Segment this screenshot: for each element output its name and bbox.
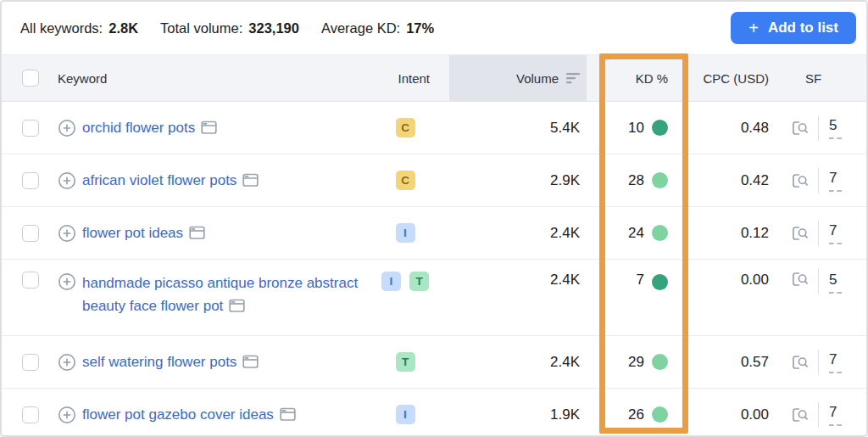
cpc-value: 0.12 xyxy=(690,225,785,242)
serp-features-icon[interactable] xyxy=(201,120,217,135)
kd-value: 7 xyxy=(637,272,644,289)
row-checkbox[interactable] xyxy=(22,120,39,137)
table-header-row: Keyword Intent Volume KD % CPC (USD) SF xyxy=(2,54,866,102)
cpc-value: 0.57 xyxy=(690,354,785,371)
dashed-underline xyxy=(829,137,842,139)
divider xyxy=(818,221,819,246)
table-row: flower pot gazebo cover ideas I 1.9K 26 … xyxy=(2,389,866,437)
all-keywords-stat: All keywords: 2.8K xyxy=(20,20,138,36)
serp-features-icon[interactable] xyxy=(189,226,205,240)
cpc-value: 0.42 xyxy=(690,172,785,189)
keyword-link[interactable]: flower pot ideas xyxy=(82,225,183,241)
volume-value: 2.4K xyxy=(449,260,587,289)
intent-badge-informational[interactable]: I xyxy=(396,223,415,243)
table-row: orchid flower pots C 5.4K 10 0.48 5 xyxy=(2,102,866,154)
keyword-link[interactable]: african violet flower pots xyxy=(82,172,236,188)
kd-value: 29 xyxy=(628,354,644,371)
serp-preview-icon[interactable] xyxy=(792,272,810,287)
intent-badge-informational[interactable]: I xyxy=(381,272,401,291)
add-keyword-icon[interactable] xyxy=(58,119,76,137)
table-row: handmade picasso antique bronze abstract… xyxy=(2,260,866,336)
dashed-underline xyxy=(829,424,842,426)
keywords-summary: All keywords: 2.8K Total volume: 323,190… xyxy=(20,20,434,36)
volume-value: 1.9K xyxy=(449,406,587,423)
serp-features-icon[interactable] xyxy=(229,299,245,313)
kd-value: 26 xyxy=(628,406,644,423)
average-kd-label: Average KD: xyxy=(321,20,400,36)
total-volume-label: Total volume: xyxy=(160,20,242,36)
plus-icon: + xyxy=(748,20,759,36)
row-checkbox[interactable] xyxy=(22,272,39,289)
sort-descending-icon[interactable] xyxy=(566,72,580,84)
serp-preview-icon[interactable] xyxy=(792,226,810,241)
column-header-kd[interactable]: KD % xyxy=(587,55,690,101)
intent-badge-commercial[interactable]: C xyxy=(396,171,415,190)
add-keyword-icon[interactable] xyxy=(58,272,76,291)
divider xyxy=(818,168,819,193)
column-header-cpc[interactable]: CPC (USD) xyxy=(690,55,785,101)
header-checkbox-cell xyxy=(19,55,58,101)
intent-badge-informational[interactable]: I xyxy=(396,405,415,424)
sf-count[interactable]: 5 xyxy=(829,117,837,134)
row-checkbox[interactable] xyxy=(22,406,39,423)
column-header-intent[interactable]: Intent xyxy=(373,55,449,101)
kd-difficulty-dot xyxy=(652,120,668,136)
total-volume-value: 323,190 xyxy=(248,20,299,36)
volume-value: 2.4K xyxy=(449,354,587,371)
serp-preview-icon[interactable] xyxy=(792,407,810,423)
kd-difficulty-dot xyxy=(652,225,668,241)
column-header-sf[interactable]: SF xyxy=(785,55,866,101)
column-header-keyword[interactable]: Keyword xyxy=(58,55,373,101)
intent-badge-commercial[interactable]: C xyxy=(396,118,415,137)
add-keyword-icon[interactable] xyxy=(58,353,76,372)
keyword-link[interactable]: flower pot gazebo cover ideas xyxy=(82,406,274,423)
all-keywords-label: All keywords: xyxy=(20,20,103,36)
dashed-underline xyxy=(829,372,842,373)
divider xyxy=(818,268,819,294)
divider xyxy=(818,115,819,141)
total-volume-stat: Total volume: 323,190 xyxy=(160,20,299,36)
cpc-value: 0.48 xyxy=(690,120,785,137)
intent-badge-transactional[interactable]: T xyxy=(409,272,429,291)
serp-preview-icon[interactable] xyxy=(792,355,810,370)
add-keyword-icon[interactable] xyxy=(58,171,76,190)
cpc-value: 0.00 xyxy=(690,406,785,423)
row-checkbox[interactable] xyxy=(22,225,39,242)
all-keywords-value: 2.8K xyxy=(108,20,138,36)
kd-value: 28 xyxy=(628,172,644,189)
add-to-list-button[interactable]: + Add to list xyxy=(731,12,856,44)
sf-count[interactable]: 7 xyxy=(829,170,837,187)
dashed-underline xyxy=(829,292,842,294)
row-checkbox[interactable] xyxy=(22,172,39,189)
kd-difficulty-dot xyxy=(652,172,668,188)
serp-features-icon[interactable] xyxy=(242,173,259,188)
volume-value: 2.4K xyxy=(449,225,587,242)
keyword-link[interactable]: orchid flower pots xyxy=(82,120,195,136)
kd-value: 10 xyxy=(628,120,644,137)
sf-count[interactable]: 7 xyxy=(829,351,837,368)
summary-bar: All keywords: 2.8K Total volume: 323,190… xyxy=(2,2,866,54)
serp-preview-icon[interactable] xyxy=(792,173,810,188)
column-header-volume[interactable]: Volume xyxy=(449,55,587,101)
serp-features-icon[interactable] xyxy=(242,355,259,369)
add-keyword-icon[interactable] xyxy=(58,224,76,243)
volume-value: 2.9K xyxy=(449,172,587,189)
sf-count[interactable]: 7 xyxy=(829,404,837,421)
select-all-checkbox[interactable] xyxy=(22,70,39,87)
kd-difficulty-dot xyxy=(652,354,668,370)
kd-difficulty-dot xyxy=(652,406,668,423)
dashed-underline xyxy=(829,190,842,192)
add-keyword-icon[interactable] xyxy=(58,406,76,424)
row-checkbox[interactable] xyxy=(22,354,39,371)
sf-count[interactable]: 5 xyxy=(829,272,837,289)
table-row: self watering flower pots T 2.4K 29 0.57… xyxy=(2,336,866,389)
average-kd-value: 17% xyxy=(406,20,434,36)
cpc-value: 0.00 xyxy=(690,260,785,289)
serp-features-icon[interactable] xyxy=(280,407,296,422)
keyword-link[interactable]: self watering flower pots xyxy=(82,354,236,370)
sf-count[interactable]: 7 xyxy=(829,222,837,239)
kd-value: 24 xyxy=(628,225,644,242)
intent-badge-transactional[interactable]: T xyxy=(396,352,415,372)
serp-preview-icon[interactable] xyxy=(792,120,810,136)
keyword-link[interactable]: handmade picasso antique bronze abstract… xyxy=(82,275,358,314)
